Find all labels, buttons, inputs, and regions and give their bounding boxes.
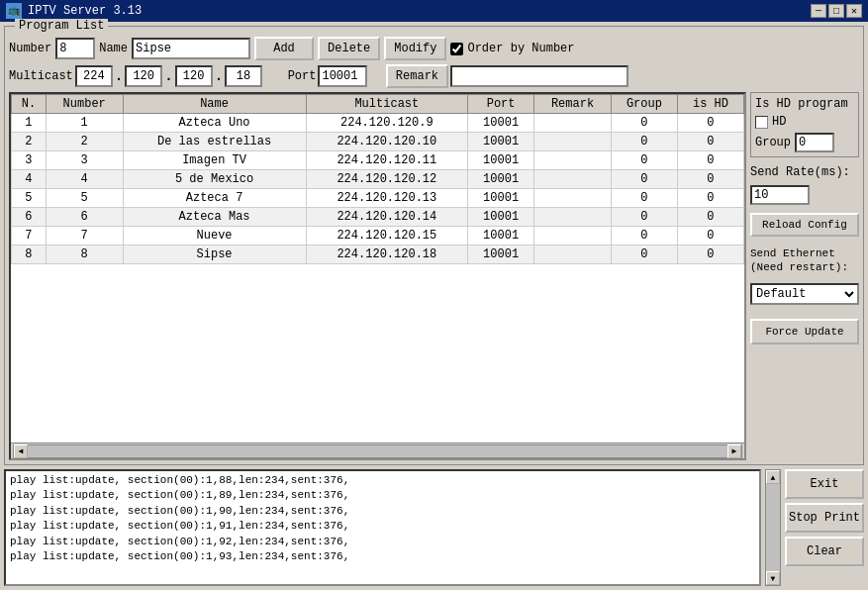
table-cell-5 — [534, 227, 612, 246]
table-cell-4: 10001 — [468, 170, 534, 189]
port-input[interactable] — [318, 65, 367, 87]
program-table: N.NumberNameMulticastPortRemarkGroupis H… — [11, 94, 744, 264]
table-area: N.NumberNameMulticastPortRemarkGroupis H… — [9, 92, 746, 460]
dot2: . — [164, 68, 172, 84]
table-cell-5 — [534, 151, 612, 170]
table-cell-3: 224.120.120.14 — [306, 208, 468, 227]
close-button[interactable]: ✕ — [846, 4, 862, 18]
table-header-multicast: Multicast — [306, 95, 468, 114]
table-cell-1: 4 — [46, 170, 123, 189]
horizontal-scrollbar: ◀ ▶ — [11, 442, 744, 458]
table-row[interactable]: 445 de Mexico224.120.120.121000100 — [12, 170, 744, 189]
table-row[interactable]: 66Azteca Mas224.120.120.141000100 — [12, 208, 744, 227]
table-cell-2: Azteca Uno — [123, 114, 306, 133]
scroll-right-btn[interactable]: ▶ — [727, 444, 741, 458]
number-input[interactable] — [55, 38, 95, 59]
log-area: play list:update, section(00):1,88,len:2… — [4, 469, 761, 586]
app-icon: 📺 — [6, 3, 22, 19]
table-cell-2: De las estrellas — [123, 133, 306, 151]
order-by-number-label: Order by Number — [467, 42, 574, 55]
dot3: . — [215, 68, 223, 84]
table-cell-0: 1 — [12, 114, 47, 133]
modify-button[interactable]: Modify — [384, 37, 446, 60]
force-update-button[interactable]: Force Update — [750, 319, 859, 344]
log-scroll-down[interactable]: ▼ — [766, 571, 780, 585]
remark-button[interactable]: Remark — [386, 64, 448, 88]
group-field-label: Group — [755, 136, 791, 149]
number-label: Number — [9, 42, 51, 55]
table-row[interactable]: 11Azteca Uno224.120.120.91000100 — [12, 114, 744, 133]
hd-label: HD — [772, 115, 786, 129]
send-rate-input[interactable] — [750, 185, 810, 205]
hd-section: Is HD program HD Group — [750, 92, 859, 157]
table-cell-4: 10001 — [468, 189, 534, 208]
table-cell-7: 0 — [677, 208, 743, 227]
table-cell-3: 224.120.120.10 — [306, 133, 468, 151]
table-cell-2: Sipse — [123, 246, 306, 264]
delete-button[interactable]: Delete — [318, 37, 380, 60]
table-row[interactable]: 55Azteca 7224.120.120.131000100 — [12, 189, 744, 208]
stop-print-button[interactable]: Stop Print — [785, 503, 864, 533]
log-scrollbar: ▲ ▼ — [765, 469, 781, 586]
table-cell-1: 2 — [46, 133, 123, 151]
table-cell-0: 2 — [12, 133, 47, 151]
table-cell-2: 5 de Mexico — [123, 170, 306, 189]
minimize-button[interactable]: ─ — [811, 4, 826, 18]
group-input[interactable] — [795, 133, 834, 152]
table-cell-5 — [534, 208, 612, 227]
log-line: play list:update, section(00):1,90,len:2… — [10, 504, 755, 519]
table-row[interactable]: 77Nueve224.120.120.151000100 — [12, 227, 744, 246]
table-cell-5 — [534, 246, 612, 264]
table-wrapper[interactable]: N.NumberNameMulticastPortRemarkGroupis H… — [11, 94, 744, 442]
table-cell-5 — [534, 133, 612, 151]
table-cell-6: 0 — [611, 246, 677, 264]
multicast-seg1[interactable] — [75, 65, 113, 87]
table-cell-6: 0 — [611, 208, 677, 227]
name-label: Name — [99, 42, 128, 55]
exit-button[interactable]: Exit — [785, 469, 864, 499]
title-bar: 📺 IPTV Server 3.13 ─ □ ✕ — [0, 0, 868, 22]
table-cell-5 — [534, 170, 612, 189]
table-cell-7: 0 — [677, 246, 743, 264]
table-cell-1: 1 — [46, 114, 123, 133]
name-input[interactable] — [132, 38, 250, 59]
scroll-left-btn[interactable]: ◀ — [14, 444, 28, 458]
table-row[interactable]: 88Sipse224.120.120.181000100 — [12, 246, 744, 264]
table-cell-6: 0 — [611, 133, 677, 151]
table-cell-3: 224.120.120.11 — [306, 151, 468, 170]
reload-config-button[interactable]: Reload Config — [750, 213, 859, 237]
table-header-n-: N. — [12, 95, 47, 114]
table-cell-0: 4 — [12, 170, 47, 189]
multicast-seg3[interactable] — [175, 65, 213, 87]
table-cell-6: 0 — [611, 151, 677, 170]
table-cell-4: 10001 — [468, 114, 534, 133]
table-header-number: Number — [46, 95, 123, 114]
log-scroll-track — [766, 484, 780, 571]
maximize-button[interactable]: □ — [828, 4, 844, 18]
add-button[interactable]: Add — [254, 37, 314, 60]
table-cell-7: 0 — [677, 133, 743, 151]
table-cell-4: 10001 — [468, 151, 534, 170]
table-cell-7: 0 — [677, 189, 743, 208]
order-by-number-checkbox[interactable] — [450, 43, 463, 55]
log-line: play list:update, section(00):1,92,len:2… — [10, 535, 755, 549]
multicast-seg2[interactable] — [125, 65, 162, 87]
table-row[interactable]: 33Imagen TV224.120.120.111000100 — [12, 151, 744, 170]
send-rate-label: Send Rate(ms): — [750, 165, 859, 179]
table-header-name: Name — [123, 95, 306, 114]
clear-button[interactable]: Clear — [785, 537, 864, 566]
table-header-is-hd: is HD — [677, 95, 743, 114]
table-cell-0: 5 — [12, 189, 47, 208]
table-row[interactable]: 22De las estrellas224.120.120.101000100 — [12, 133, 744, 151]
table-cell-6: 0 — [611, 170, 677, 189]
table-cell-4: 10001 — [468, 208, 534, 227]
table-cell-4: 10001 — [468, 133, 534, 151]
table-cell-3: 224.120.120.13 — [306, 189, 468, 208]
right-action-buttons: Exit Stop Print Clear — [785, 469, 864, 586]
table-cell-5 — [534, 189, 612, 208]
dot1: . — [115, 68, 123, 84]
remark-input[interactable] — [450, 65, 628, 87]
log-scroll-up[interactable]: ▲ — [766, 470, 780, 484]
multicast-seg4[interactable] — [225, 65, 262, 87]
ethernet-dropdown[interactable]: Default — [750, 283, 859, 305]
